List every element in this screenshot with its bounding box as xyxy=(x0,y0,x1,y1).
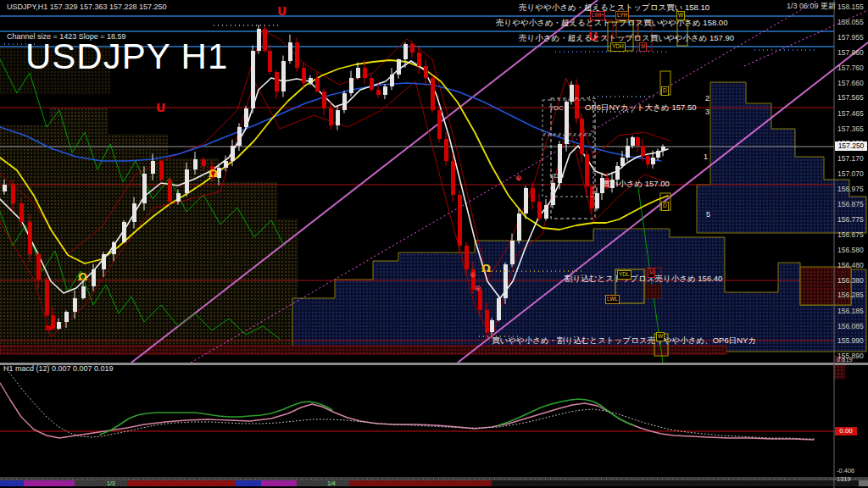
candle-body xyxy=(102,254,106,269)
annotation-box xyxy=(646,285,661,298)
indicator-zero-badge: 0.00 xyxy=(835,427,857,435)
pivot-label-chip: LYH xyxy=(615,11,629,20)
candle-body xyxy=(551,183,555,205)
candle-body xyxy=(370,78,374,90)
pivot-label-chip: M xyxy=(648,269,655,278)
candle-body xyxy=(615,166,620,180)
session-strip-segment xyxy=(236,480,261,486)
candle-body xyxy=(257,29,261,51)
jp-annotation: 買い小さめ 157.00 xyxy=(602,180,670,188)
candle-body xyxy=(575,85,579,119)
chart-window[interactable]: UUUΩΩΩ⊕⊕⊕ USDJPY,H1 157.329 157.363 157.… xyxy=(0,0,868,488)
price-axis-label: 156.285 xyxy=(837,291,864,299)
price-axis-label: 158.155 xyxy=(837,3,864,11)
candle-body xyxy=(595,193,599,208)
price-axis-label: 157.860 xyxy=(837,49,864,57)
candle-body xyxy=(376,90,381,95)
price-axis-label: 157.565 xyxy=(837,94,864,102)
annotation-box xyxy=(800,267,851,305)
price-axis-label: 156.875 xyxy=(837,201,864,208)
omega-marker-icon: Ω xyxy=(481,262,491,274)
candle-body xyxy=(537,202,542,219)
price-axis-label: 157.760 xyxy=(837,64,864,72)
candle-body xyxy=(451,161,455,195)
wave-number: 1 xyxy=(704,153,708,161)
price-axis-label: 157.465 xyxy=(837,110,864,118)
price-axis-label: 157.070 xyxy=(837,170,864,178)
candle-body xyxy=(45,280,49,315)
price-axis-label: 156.480 xyxy=(837,262,864,269)
candle-body xyxy=(458,195,462,246)
candle-body xyxy=(275,72,279,92)
candle-body xyxy=(202,159,206,166)
candle-body xyxy=(437,110,442,139)
candle-body xyxy=(585,154,589,186)
wave-number: 5 xyxy=(706,211,710,219)
candle-body xyxy=(620,158,625,166)
price-axis-label: 156.675 xyxy=(837,231,864,239)
candle-body xyxy=(329,108,333,125)
circle-cross-icon: ⊕ xyxy=(515,174,522,182)
jp-annotation: OP6日NYカット大きめ 157.50 xyxy=(585,103,697,112)
candle-body xyxy=(570,85,574,102)
candle-body xyxy=(176,193,181,202)
magnet-icon: U xyxy=(277,4,287,18)
pivot-label-chip: M xyxy=(639,42,647,52)
candle-body xyxy=(224,161,228,168)
candle-body xyxy=(565,102,569,144)
session-strip-segment xyxy=(492,480,859,486)
price-axis-label: 156.380 xyxy=(837,277,864,285)
ichimoku-cloud xyxy=(292,229,866,352)
candle-body xyxy=(424,66,428,78)
candle-body xyxy=(36,254,41,280)
pivot-label-chip: YDH xyxy=(610,42,626,52)
price-axis-label: 156.580 xyxy=(837,247,864,254)
wave-number: 2 xyxy=(705,95,709,103)
candle-body xyxy=(383,86,387,95)
candle-body xyxy=(390,75,394,86)
magnet-icon: U xyxy=(156,101,165,114)
price-axis-label: 157.660 xyxy=(837,80,864,87)
session-strip-segment xyxy=(261,480,297,486)
candle-body xyxy=(57,322,61,329)
candle-body xyxy=(524,188,528,214)
scale-strip xyxy=(0,477,868,480)
candle-body xyxy=(349,78,353,93)
pivot-label-chip: LWL xyxy=(605,295,620,304)
macd-indicator-label: H1 macd (12) 0.007 0.007 0.019 xyxy=(3,365,114,373)
candle-body xyxy=(636,137,640,146)
candle-body xyxy=(504,264,508,298)
candle-body xyxy=(356,68,360,78)
jp-annotation: 売りやや小さめ・超えるとストップロス買いやや小さめ 158.00 xyxy=(496,19,727,27)
candle-body xyxy=(397,59,401,75)
candle-body xyxy=(485,310,489,332)
symbol-watermark: USDJPY H1 xyxy=(25,39,228,75)
session-strip-segment xyxy=(349,480,492,486)
candle-body xyxy=(309,78,313,83)
candle-body xyxy=(444,139,448,161)
candle-body xyxy=(263,29,267,51)
candle-body xyxy=(490,320,494,332)
jp-annotation: 割り込むとストップロス売り小さめ 156.40 xyxy=(565,274,722,283)
candle-body xyxy=(646,156,650,164)
candle-body xyxy=(281,61,286,92)
session-strip-segment xyxy=(24,480,75,486)
circle-cross-icon: ⊕ xyxy=(470,270,476,279)
session-strip-segment xyxy=(75,480,127,486)
session-date-label: 1/4 xyxy=(327,480,336,486)
price-axis-label: 157.365 xyxy=(837,125,864,133)
candle-body xyxy=(237,127,242,146)
candle-body xyxy=(626,146,630,158)
candle-body xyxy=(431,78,435,110)
candle-body xyxy=(410,44,415,53)
candle-body xyxy=(251,51,255,108)
pivot-label-chip: D xyxy=(661,202,669,211)
candle-body xyxy=(132,203,136,222)
candle-body xyxy=(322,92,326,108)
candle-body xyxy=(478,290,482,310)
candle-body xyxy=(641,146,645,156)
price-axis-label: 156.085 xyxy=(837,323,864,330)
pivot-label-chip: W xyxy=(656,332,665,341)
candle-body xyxy=(28,222,32,254)
omega-marker-icon: Ω xyxy=(78,270,87,283)
